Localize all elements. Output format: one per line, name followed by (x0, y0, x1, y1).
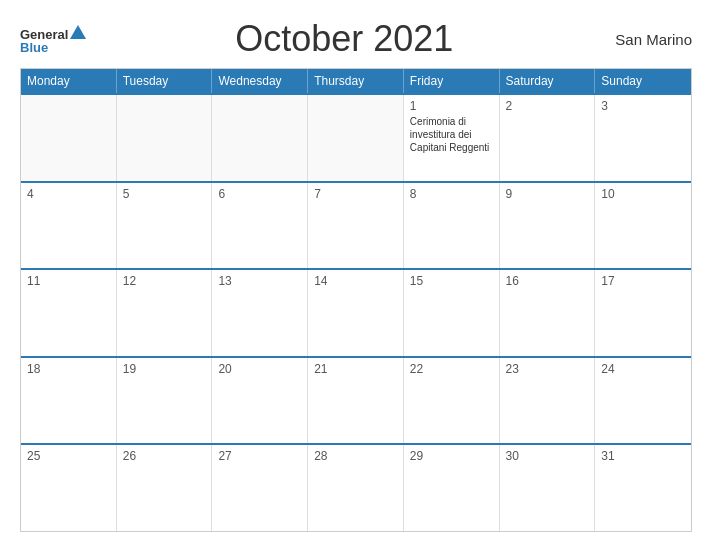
cell-day-number: 21 (314, 362, 397, 376)
cell-day-number: 28 (314, 449, 397, 463)
cal-cell-14: 14 (308, 270, 404, 356)
cal-cell-19: 19 (117, 358, 213, 444)
cal-cell-empty-1 (117, 95, 213, 181)
cell-day-number: 16 (506, 274, 589, 288)
cell-day-number: 3 (601, 99, 685, 113)
cal-cell-empty-2 (212, 95, 308, 181)
cell-day-number: 4 (27, 187, 110, 201)
cell-day-number: 11 (27, 274, 110, 288)
cal-cell-30: 30 (500, 445, 596, 531)
cal-cell-12: 12 (117, 270, 213, 356)
cell-day-number: 9 (506, 187, 589, 201)
calendar-week-2: 45678910 (21, 181, 691, 269)
cell-day-number: 10 (601, 187, 685, 201)
cell-day-number: 20 (218, 362, 301, 376)
cell-day-number: 31 (601, 449, 685, 463)
calendar-week-5: 25262728293031 (21, 443, 691, 531)
logo-triangle-icon (70, 25, 86, 39)
cal-cell-2: 2 (500, 95, 596, 181)
cell-day-number: 14 (314, 274, 397, 288)
calendar-title: October 2021 (86, 18, 602, 60)
cal-cell-6: 6 (212, 183, 308, 269)
cal-cell-21: 21 (308, 358, 404, 444)
cal-cell-15: 15 (404, 270, 500, 356)
logo: General Blue (20, 25, 86, 54)
cal-cell-empty-3 (308, 95, 404, 181)
cell-day-number: 29 (410, 449, 493, 463)
cal-cell-25: 25 (21, 445, 117, 531)
country-label: San Marino (602, 31, 692, 48)
cell-day-number: 26 (123, 449, 206, 463)
cal-cell-11: 11 (21, 270, 117, 356)
cell-day-number: 27 (218, 449, 301, 463)
cell-day-number: 7 (314, 187, 397, 201)
cell-day-number: 12 (123, 274, 206, 288)
cal-cell-9: 9 (500, 183, 596, 269)
cal-cell-22: 22 (404, 358, 500, 444)
cell-day-number: 15 (410, 274, 493, 288)
page: General Blue October 2021 San Marino Mon… (0, 0, 712, 550)
calendar-week-4: 18192021222324 (21, 356, 691, 444)
calendar: MondayTuesdayWednesdayThursdayFridaySatu… (20, 68, 692, 532)
cell-day-number: 19 (123, 362, 206, 376)
cell-day-number: 23 (506, 362, 589, 376)
header: General Blue October 2021 San Marino (20, 18, 692, 60)
cal-cell-18: 18 (21, 358, 117, 444)
cal-cell-29: 29 (404, 445, 500, 531)
cal-cell-4: 4 (21, 183, 117, 269)
cal-event: Cerimonia di investitura dei Capitani Re… (410, 115, 493, 154)
calendar-body: 1Cerimonia di investitura dei Capitani R… (21, 93, 691, 531)
cal-cell-23: 23 (500, 358, 596, 444)
cal-cell-31: 31 (595, 445, 691, 531)
cal-cell-26: 26 (117, 445, 213, 531)
cal-header-wednesday: Wednesday (212, 69, 308, 93)
cal-cell-1: 1Cerimonia di investitura dei Capitani R… (404, 95, 500, 181)
cell-day-number: 25 (27, 449, 110, 463)
cell-day-number: 2 (506, 99, 589, 113)
cell-day-number: 24 (601, 362, 685, 376)
cal-cell-10: 10 (595, 183, 691, 269)
cell-day-number: 5 (123, 187, 206, 201)
logo-general: General (20, 28, 68, 41)
cal-cell-20: 20 (212, 358, 308, 444)
cal-cell-27: 27 (212, 445, 308, 531)
cell-day-number: 13 (218, 274, 301, 288)
cell-day-number: 6 (218, 187, 301, 201)
cell-day-number: 18 (27, 362, 110, 376)
cell-day-number: 17 (601, 274, 685, 288)
cal-cell-3: 3 (595, 95, 691, 181)
logo-blue: Blue (20, 41, 48, 54)
cal-cell-8: 8 (404, 183, 500, 269)
cal-cell-24: 24 (595, 358, 691, 444)
calendar-week-1: 1Cerimonia di investitura dei Capitani R… (21, 93, 691, 181)
cal-cell-28: 28 (308, 445, 404, 531)
cell-day-number: 8 (410, 187, 493, 201)
cell-day-number: 1 (410, 99, 493, 113)
cal-header-saturday: Saturday (500, 69, 596, 93)
cal-header-sunday: Sunday (595, 69, 691, 93)
cal-header-monday: Monday (21, 69, 117, 93)
calendar-header-row: MondayTuesdayWednesdayThursdayFridaySatu… (21, 69, 691, 93)
cal-cell-16: 16 (500, 270, 596, 356)
cal-header-friday: Friday (404, 69, 500, 93)
cell-day-number: 22 (410, 362, 493, 376)
cal-header-thursday: Thursday (308, 69, 404, 93)
calendar-week-3: 11121314151617 (21, 268, 691, 356)
cal-cell-13: 13 (212, 270, 308, 356)
cal-cell-empty-0 (21, 95, 117, 181)
cell-day-number: 30 (506, 449, 589, 463)
cal-cell-7: 7 (308, 183, 404, 269)
cal-cell-17: 17 (595, 270, 691, 356)
cal-header-tuesday: Tuesday (117, 69, 213, 93)
cal-cell-5: 5 (117, 183, 213, 269)
